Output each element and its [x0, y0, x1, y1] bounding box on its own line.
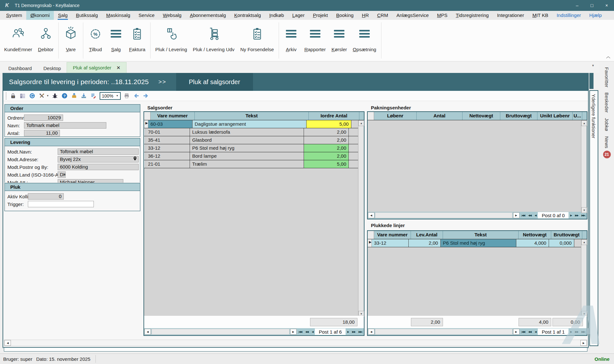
menu-item-anlaegsservice[interactable]: AnlægsService: [392, 11, 433, 20]
help-icon[interactable]: ?: [61, 92, 68, 99]
cell-tekst[interactable]: Trælim: [190, 160, 304, 168]
cell-vare-nummer[interactable]: 60-03: [148, 120, 192, 128]
export-box-icon[interactable]: [71, 92, 78, 99]
menu-item-system[interactable]: System: [2, 11, 26, 20]
menu-item-kontraktsalg[interactable]: Kontraktsalg: [230, 11, 265, 20]
cell-tekst[interactable]: Luksus lædersofa: [190, 128, 304, 136]
hscroll-right-icon[interactable]: ▶: [513, 212, 520, 218]
yderligere-funktioner-tab[interactable]: Yderligere funktioner: [589, 90, 598, 346]
page-horizontal-scrollbar[interactable]: ◀ ▶: [4, 340, 587, 346]
col-unikt-lobenr[interactable]: Unikt Løbenr: [537, 112, 573, 120]
scroll-down-icon[interactable]: ▼: [581, 207, 587, 213]
cell-tekst[interactable]: Bord lampe: [190, 152, 304, 160]
menu-item-mps[interactable]: MPS: [433, 11, 452, 20]
cell-nettovaegt[interactable]: 4,000: [516, 239, 549, 247]
cell-antal[interactable]: 5,00: [304, 160, 349, 168]
menu-item-projekt[interactable]: Projekt: [309, 11, 332, 20]
ordrenr-field[interactable]: 10029: [24, 115, 63, 121]
menu-item-booking[interactable]: Booking: [332, 11, 358, 20]
fast-next-button[interactable]: ▶▶: [573, 214, 580, 217]
col-tekst[interactable]: Tekst: [195, 112, 309, 120]
lock-icon[interactable]: [9, 92, 16, 99]
cell-lev-antal[interactable]: 2,00: [409, 239, 441, 247]
tab-dashboard[interactable]: Dashboard: [3, 63, 37, 73]
navigate-forward-icon[interactable]: [143, 92, 150, 99]
table-row[interactable]: 36-12 Bord lampe 2,00: [144, 152, 364, 160]
menu-item-hjaelp[interactable]: Hjælp: [585, 11, 606, 20]
cell-antal[interactable]: 2,00: [304, 152, 349, 160]
maximize-button[interactable]: □: [585, 0, 599, 11]
rail-item-jobko[interactable]: Jobkø: [604, 118, 610, 131]
import-tray-icon[interactable]: [80, 92, 87, 99]
col-antal[interactable]: Antal: [417, 112, 463, 120]
col-vare-nummer[interactable]: Vare nummer: [374, 231, 411, 239]
table-row-selected[interactable]: ▶ 60-03 Dagligstue arrangement 5,00: [144, 120, 364, 128]
cell-tekst[interactable]: P6 Stol med høj ryg: [190, 144, 304, 152]
ribbon-button-faktura[interactable]: Faktura: [126, 22, 148, 61]
ribbon-button-arkiv[interactable]: Arkiv: [281, 22, 301, 61]
table-row[interactable]: 70-01 Luksus lædersofa 2,00: [144, 128, 364, 136]
table-row[interactable]: 33-12 P6 Stol med høj ryg 2,00: [144, 144, 364, 152]
fast-next-button[interactable]: ▶▶: [573, 330, 580, 333]
cell-tekst[interactable]: P6 Stol med høj ryg: [441, 239, 516, 247]
rail-item-news[interactable]: News: [604, 136, 610, 148]
rail-item-favoritter[interactable]: Favoritter: [604, 67, 610, 87]
tab-desktop[interactable]: Desktop: [37, 63, 67, 73]
cell-vare-nummer[interactable]: 21-01: [146, 160, 190, 168]
toolbar-grip-handle[interactable]: [5, 92, 7, 99]
hscroll-right-icon[interactable]: ▶: [290, 329, 297, 335]
menu-item-abonnementsalg[interactable]: Abonnementsalg: [186, 11, 230, 20]
menu-item-service[interactable]: Service: [135, 11, 159, 20]
menu-item-salg[interactable]: Salg: [54, 11, 72, 20]
customize-tools-icon[interactable]: [38, 92, 45, 99]
ribbon-button-kundeemner[interactable]: KundeEmner: [1, 22, 35, 61]
columns-layout-icon[interactable]: [19, 92, 26, 99]
menu-item-tidsregistrering[interactable]: Tidsregistrering: [452, 11, 493, 20]
first-record-button[interactable]: |◀◀: [297, 330, 304, 333]
breadcrumb-parent[interactable]: Salgsordre til levering i perioden: ..18…: [9, 78, 149, 86]
modt-land-field[interactable]: DK: [58, 171, 66, 178]
minimize-button[interactable]: –: [570, 0, 585, 11]
hscroll-left-icon[interactable]: ◀: [4, 340, 11, 346]
col-nettovaegt[interactable]: Nettovægt: [519, 231, 551, 239]
ribbon-button-opsaetning[interactable]: Opsætning: [350, 22, 379, 61]
hscroll-left-icon[interactable]: ◀: [368, 212, 374, 218]
col-lobenr[interactable]: Løbenr: [374, 112, 417, 120]
menu-item-okonomi[interactable]: Økonomi: [26, 11, 54, 20]
vertical-scrollbar[interactable]: ▲ ▼: [358, 120, 364, 317]
menu-item-butikssalg[interactable]: Butikssalg: [72, 11, 102, 20]
trigger-input[interactable]: [28, 201, 94, 207]
hscroll-right-icon[interactable]: ▶: [580, 340, 587, 346]
col-lev-antal[interactable]: Lev.Antal: [411, 231, 443, 239]
menu-item-hr[interactable]: HR: [358, 11, 373, 20]
ribbon-button-pluk-levering[interactable]: Pluk / Levering: [152, 22, 190, 61]
scroll-up-icon[interactable]: ▲: [581, 239, 587, 245]
col-vare-nummer[interactable]: Vare nummer: [151, 112, 195, 120]
menu-item-crm[interactable]: CRM: [373, 11, 392, 20]
cell-antal[interactable]: 2,00: [304, 128, 349, 136]
ribbon-button-pluk-levering-udv[interactable]: Pluk / Levering Udv: [190, 22, 237, 61]
cell-vare-nummer[interactable]: 35-41: [146, 136, 190, 144]
prev-record-button[interactable]: ◀: [533, 214, 538, 217]
fast-prev-button[interactable]: ◀◀: [527, 330, 533, 333]
table-row-selected[interactable]: ▶ 33-12 2,00 P6 Stol med høj ryg 4,000 0…: [368, 239, 587, 247]
hscroll-left-icon[interactable]: ◀: [144, 329, 151, 335]
rail-item-beskeder[interactable]: Beskeder: [604, 92, 610, 113]
first-record-button[interactable]: |◀◀: [520, 214, 527, 217]
col-bruttovaegt[interactable]: Bruttovægt: [500, 112, 537, 120]
cell-bruttovaegt[interactable]: 0,000: [549, 239, 574, 247]
modt-postnr-field[interactable]: 6000 Kolding: [58, 164, 139, 170]
cell-antal[interactable]: 2,00: [304, 144, 349, 152]
col-iordre-antal[interactable]: Iordre Antal: [309, 112, 359, 120]
menu-item-mit-kb[interactable]: MIT KB: [528, 11, 553, 20]
scroll-up-icon[interactable]: ▲: [581, 120, 587, 126]
zoom-select[interactable]: 100% ▼: [100, 92, 121, 100]
cell-vare-nummer[interactable]: 70-01: [146, 128, 190, 136]
last-record-button[interactable]: ▶▶|: [580, 330, 587, 333]
next-record-button[interactable]: ▶: [569, 330, 573, 333]
ribbon-button-rapporter[interactable]: Rapporter: [301, 22, 329, 61]
menu-item-lager[interactable]: Lager: [288, 11, 309, 20]
menu-item-indstillinger[interactable]: Indstillinger: [553, 11, 585, 20]
hscroll-right-icon[interactable]: ▶: [513, 329, 520, 335]
tab-list-dropdown-icon[interactable]: ▼: [592, 64, 594, 67]
